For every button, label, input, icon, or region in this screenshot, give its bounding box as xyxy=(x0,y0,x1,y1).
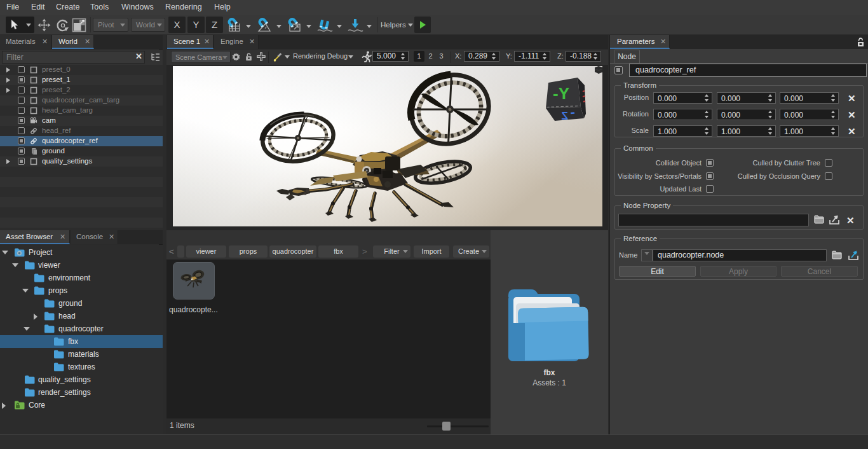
svg-text:Z: Z xyxy=(562,110,568,122)
svg-text:-Y: -Y xyxy=(553,84,569,103)
